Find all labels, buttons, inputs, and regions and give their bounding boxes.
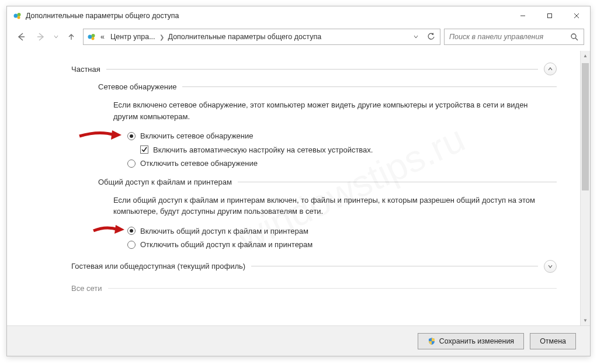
section-header-network-discovery: Сетевое обнаружение <box>98 82 557 91</box>
breadcrumb-prefix[interactable]: « <box>99 32 106 42</box>
navigation-bar: « Центр упра... ❯ Дополнительные парамет… <box>7 25 590 51</box>
svg-point-1 <box>18 13 21 16</box>
history-dropdown[interactable] <box>53 34 60 39</box>
scroll-thumb[interactable] <box>582 63 589 190</box>
shield-icon <box>428 337 436 345</box>
titlebar: Дополнительные параметры общего доступа <box>7 6 590 25</box>
radio-icon <box>127 241 136 249</box>
radio-label: Отключить общий доступ к файлам и принте… <box>140 239 313 251</box>
profile-header-private: Частная <box>71 63 557 75</box>
radio-file-sharing-on[interactable]: Включить общий доступ к файлам и принтер… <box>127 226 553 237</box>
breadcrumb-separator: ❯ <box>159 34 164 40</box>
radio-label: Включить сетевое обнаружение <box>140 130 254 142</box>
cancel-button-label: Отмена <box>540 337 566 345</box>
search-box[interactable] <box>444 29 584 45</box>
annotation-arrow-icon <box>78 127 124 143</box>
network-discovery-description: Если включено сетевое обнаружение, этот … <box>113 99 553 122</box>
up-button[interactable] <box>63 29 79 45</box>
cancel-button[interactable]: Отмена <box>530 333 576 349</box>
forward-button[interactable] <box>33 29 49 45</box>
breadcrumb-item-2[interactable]: Дополнительные параметры общего доступа <box>166 32 324 42</box>
app-icon <box>13 11 22 20</box>
window-title: Дополнительные параметры общего доступа <box>26 12 509 20</box>
profile-title-guest: Гостевая или общедоступная (текущий проф… <box>71 262 245 271</box>
profile-title-private: Частная <box>71 65 100 74</box>
radio-network-discovery-on[interactable]: Включить сетевое обнаружение <box>127 130 553 142</box>
profile-header-guest: Гостевая или общедоступная (текущий проф… <box>71 260 557 273</box>
radio-network-discovery-off[interactable]: Отключить сетевое обнаружение <box>127 158 553 169</box>
checkbox-label: Включить автоматическую настройку на сет… <box>153 144 373 156</box>
radio-label: Отключить сетевое обнаружение <box>140 158 258 169</box>
svg-point-4 <box>88 35 92 39</box>
close-button[interactable] <box>563 7 590 25</box>
scroll-down-icon[interactable]: ▼ <box>581 316 590 325</box>
annotation-arrow-icon <box>92 222 126 237</box>
section-header-file-sharing: Общий доступ к файлам и принтерам <box>98 178 557 186</box>
collapse-button-private[interactable] <box>544 63 557 75</box>
scroll-up-icon[interactable]: ▲ <box>581 51 590 61</box>
svg-point-5 <box>92 34 95 37</box>
search-input[interactable] <box>448 32 566 41</box>
checkbox-icon <box>140 145 148 154</box>
svg-point-0 <box>14 14 18 18</box>
radio-file-sharing-off[interactable]: Отключить общий доступ к файлам и принте… <box>127 239 553 251</box>
vertical-scrollbar[interactable]: ▲ ▼ <box>580 51 590 325</box>
save-button-label: Сохранить изменения <box>439 337 514 345</box>
titlebar-controls <box>509 7 590 25</box>
address-icon <box>87 32 96 41</box>
address-dropdown-button[interactable] <box>409 30 422 43</box>
scroll-track[interactable] <box>581 61 590 316</box>
content-area: windowstips.ru Частная Сетевое обнаружен… <box>7 51 580 325</box>
minimize-button[interactable] <box>509 7 536 25</box>
checkbox-auto-setup[interactable]: Включить автоматическую настройку на сет… <box>140 144 553 156</box>
maximize-button[interactable] <box>536 7 563 25</box>
breadcrumb-item-1[interactable]: Центр упра... <box>109 32 157 42</box>
search-icon[interactable] <box>568 31 580 43</box>
profile-title-all: Все сети <box>71 285 102 293</box>
radio-icon <box>127 132 136 140</box>
address-bar[interactable]: « Центр упра... ❯ Дополнительные парамет… <box>83 29 440 45</box>
back-button[interactable] <box>13 29 29 45</box>
save-button[interactable]: Сохранить изменения <box>418 333 524 349</box>
window-frame: Дополнительные параметры общего доступа <box>6 6 591 356</box>
svg-point-7 <box>571 34 576 39</box>
file-sharing-description: Если общий доступ к файлам и принтерам в… <box>113 195 553 217</box>
radio-icon <box>127 160 136 168</box>
radio-icon <box>127 227 136 235</box>
footer: Сохранить изменения Отмена <box>7 325 590 356</box>
expand-button-guest[interactable] <box>544 260 557 273</box>
profile-header-all: Все сети <box>71 285 557 293</box>
svg-point-2 <box>18 16 20 19</box>
radio-label: Включить общий доступ к файлам и принтер… <box>140 226 308 237</box>
refresh-button[interactable] <box>425 30 438 43</box>
svg-rect-3 <box>548 14 552 18</box>
svg-point-6 <box>92 37 95 40</box>
